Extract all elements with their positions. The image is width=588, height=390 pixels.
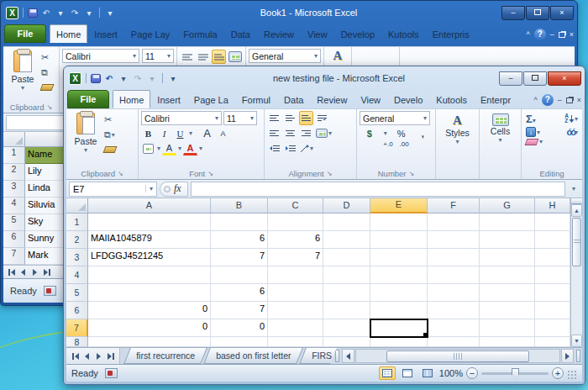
cell-b1[interactable] bbox=[211, 213, 268, 231]
redo-icon[interactable]: ↷ bbox=[69, 8, 81, 18]
cell-e5[interactable] bbox=[370, 284, 428, 302]
format-painter-button[interactable] bbox=[40, 81, 55, 94]
split-box[interactable] bbox=[571, 198, 582, 204]
cell-h2[interactable] bbox=[535, 231, 570, 249]
cell-b6[interactable]: 7 bbox=[211, 302, 268, 319]
middle-align-button[interactable] bbox=[283, 111, 297, 125]
cell-g4[interactable] bbox=[480, 266, 535, 284]
prev-sheet-button[interactable] bbox=[81, 350, 92, 362]
row-header-4[interactable]: 4 bbox=[66, 266, 88, 284]
fill-color-dropdown-icon[interactable]: ▾ bbox=[178, 145, 181, 152]
cell-d8[interactable] bbox=[323, 337, 370, 347]
cell-e4[interactable] bbox=[370, 266, 428, 284]
cell-d7[interactable] bbox=[323, 319, 370, 337]
cell-f6[interactable] bbox=[428, 302, 480, 319]
row-header[interactable]: 6 bbox=[3, 231, 25, 248]
cell-a7[interactable]: 0 bbox=[88, 319, 211, 337]
last-sheet-button[interactable] bbox=[105, 350, 116, 362]
format-painter-button[interactable] bbox=[103, 143, 118, 156]
ribbon-tab-review[interactable]: Review bbox=[257, 24, 301, 43]
cell-h7[interactable] bbox=[535, 319, 570, 337]
cell-d1[interactable] bbox=[323, 213, 370, 231]
column-header-a[interactable]: A bbox=[88, 198, 211, 213]
merge-center-button[interactable] bbox=[228, 50, 243, 64]
decrease-indent-button[interactable] bbox=[267, 141, 281, 155]
cell-c3[interactable]: 7 bbox=[268, 249, 323, 266]
cell-a5[interactable] bbox=[88, 284, 211, 302]
ribbon-tab-formula[interactable]: Formula bbox=[176, 24, 223, 43]
merge-center-button[interactable]: ▾ bbox=[315, 126, 333, 140]
align-left-button[interactable] bbox=[267, 126, 281, 140]
cell-f5[interactable] bbox=[428, 284, 480, 302]
paste-dropdown-icon[interactable]: ▾ bbox=[84, 146, 87, 154]
dialog-launcher-icon[interactable]: ↘ bbox=[207, 170, 213, 177]
page-break-view-button[interactable] bbox=[419, 366, 436, 380]
first-sheet-button[interactable] bbox=[6, 266, 17, 278]
cell-d2[interactable] bbox=[323, 231, 370, 249]
cell-g6[interactable] bbox=[480, 302, 535, 319]
insert-function-button[interactable]: fx bbox=[160, 182, 188, 197]
expand-formula-bar-icon[interactable]: ▾ bbox=[568, 182, 580, 197]
paste-dropdown-icon[interactable]: ▾ bbox=[21, 84, 24, 92]
file-tab[interactable]: File bbox=[4, 24, 46, 43]
cell-e3[interactable] bbox=[370, 249, 428, 266]
percent-style-button[interactable]: % bbox=[394, 126, 408, 140]
cell-a8[interactable] bbox=[88, 337, 211, 347]
ribbon-tab-view[interactable]: View bbox=[354, 90, 387, 108]
ribbon-tab-formul[interactable]: Formul bbox=[235, 90, 277, 108]
grow-font-button[interactable]: A bbox=[200, 126, 214, 140]
cell-a3[interactable]: LFDGGJ4521245 bbox=[88, 249, 211, 266]
ribbon-tab-page-lay[interactable]: Page Lay bbox=[124, 24, 176, 43]
conditional-formatting-button[interactable]: A bbox=[327, 49, 349, 63]
front-excel-window[interactable]: X ↶▾ ↷▾ ▾ new testing file - Microsoft E… bbox=[63, 66, 585, 385]
row-header[interactable]: 3 bbox=[3, 181, 25, 198]
cell-e2[interactable] bbox=[370, 231, 428, 249]
align-top-button[interactable] bbox=[180, 50, 194, 64]
minimize-button[interactable]: – bbox=[501, 6, 525, 20]
bottom-align-button[interactable] bbox=[299, 111, 313, 125]
column-header-c[interactable]: C bbox=[268, 198, 323, 213]
cell-a1[interactable] bbox=[88, 213, 211, 231]
underline-dropdown-icon[interactable]: ▾ bbox=[189, 129, 192, 137]
sheet-tab-firs[interactable]: FIRS bbox=[300, 348, 338, 364]
maximize-button[interactable] bbox=[526, 6, 549, 20]
ribbon-tab-page-la[interactable]: Page La bbox=[187, 90, 235, 108]
sheet-tab-first-recurrence[interactable]: first recurrence bbox=[123, 348, 207, 364]
close-button[interactable]: × bbox=[548, 71, 581, 86]
dialog-launcher-icon[interactable]: ↘ bbox=[46, 103, 52, 111]
orientation-button[interactable]: ▾ bbox=[299, 141, 314, 155]
copy-button[interactable]: ⧉ bbox=[40, 66, 55, 79]
customize-qat-icon[interactable]: ▾ bbox=[104, 8, 116, 18]
workbook-minimize-icon[interactable]: – bbox=[550, 30, 554, 39]
cell-c1[interactable] bbox=[268, 213, 323, 231]
font-color-button[interactable]: A bbox=[183, 141, 197, 155]
copy-button[interactable]: ⧉▾ bbox=[103, 128, 118, 141]
shrink-font-button[interactable]: A bbox=[216, 126, 230, 140]
cell-d4[interactable] bbox=[323, 266, 370, 284]
cell-c4[interactable] bbox=[268, 266, 323, 284]
help-icon[interactable]: ? bbox=[542, 94, 554, 106]
ribbon-tab-enterpris[interactable]: Enterpris bbox=[426, 24, 476, 43]
cell-c5[interactable] bbox=[268, 284, 323, 302]
help-icon[interactable]: ? bbox=[534, 29, 546, 40]
top-align-button[interactable] bbox=[267, 111, 281, 125]
window-resize-grip[interactable] bbox=[567, 370, 577, 380]
ribbon-tab-home[interactable]: Home bbox=[113, 90, 150, 108]
ribbon-tab-data[interactable]: Data bbox=[277, 90, 310, 108]
cell-d6[interactable] bbox=[323, 302, 370, 319]
cell-h5[interactable] bbox=[535, 284, 570, 302]
zoom-slider-thumb[interactable] bbox=[512, 368, 519, 379]
cell-c2[interactable]: 6 bbox=[268, 231, 323, 249]
workbook-restore-icon[interactable] bbox=[566, 98, 573, 103]
cut-button[interactable]: ✂ bbox=[103, 113, 118, 126]
cell-a2[interactable]: MAIIA1045879 bbox=[88, 231, 211, 249]
first-sheet-button[interactable] bbox=[70, 350, 81, 362]
last-sheet-button[interactable] bbox=[41, 266, 52, 278]
font-name-combo[interactable]: Calibri▾ bbox=[62, 49, 139, 63]
save-icon[interactable] bbox=[28, 8, 38, 18]
scroll-down-icon[interactable]: ▼ bbox=[571, 335, 582, 347]
next-sheet-button[interactable] bbox=[29, 266, 40, 278]
cell-g1[interactable] bbox=[480, 213, 535, 231]
cell-g2[interactable] bbox=[480, 231, 535, 249]
cell-f8[interactable] bbox=[428, 337, 480, 347]
